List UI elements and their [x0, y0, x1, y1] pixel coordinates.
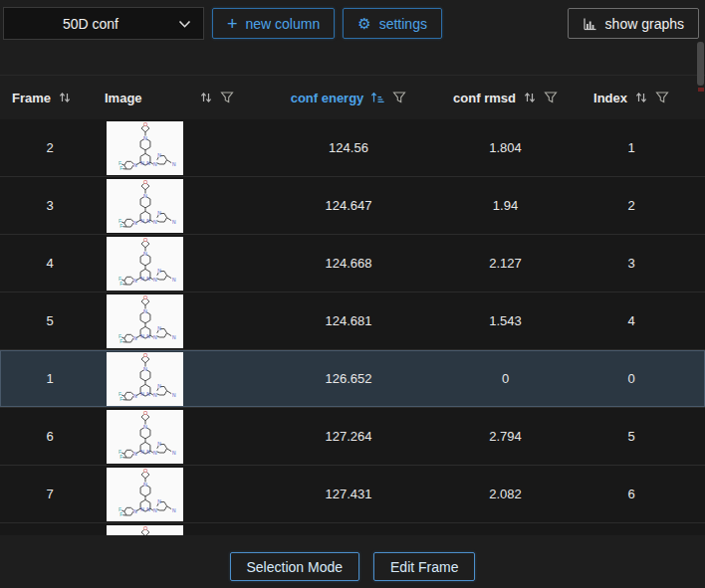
svg-text:N: N — [133, 279, 137, 284]
index-cell: 2 — [558, 198, 705, 213]
table-row[interactable]: 6 O N N N — [0, 408, 705, 466]
column-header-index[interactable]: Index — [558, 91, 705, 105]
image-cell: O N N N N F — [100, 525, 244, 536]
index-cell: 6 — [558, 487, 705, 501]
image-header-label: Image — [105, 91, 142, 105]
table-row[interactable]: 2 O N N N — [0, 119, 705, 177]
edit-frame-button[interactable]: Edit Frame — [373, 552, 475, 581]
table-row[interactable]: 7 O N N N — [0, 466, 705, 523]
column-header-image[interactable]: Image — [100, 91, 244, 105]
svg-text:N: N — [153, 335, 157, 340]
svg-text:N: N — [153, 220, 157, 225]
show-graphs-button[interactable]: show graphs — [568, 8, 699, 39]
conf-rmsd-cell: 2.794 — [453, 429, 558, 444]
svg-text:N: N — [157, 442, 161, 447]
sort-icon[interactable] — [523, 91, 537, 104]
column-header-frame[interactable]: Frame — [0, 91, 100, 105]
column-header-conf-rmsd[interactable]: conf rmsd — [453, 91, 558, 105]
column-header-conf-energy[interactable]: conf energy — [244, 91, 453, 105]
chevron-down-icon — [178, 20, 191, 29]
conf-rmsd-cell: 2.127 — [453, 256, 558, 271]
plus-icon: + — [227, 15, 238, 33]
svg-text:N: N — [157, 269, 161, 274]
molecule-structure-icon: O N N N N F — [108, 525, 183, 535]
new-column-button[interactable]: + new column — [212, 8, 335, 39]
molecule-image: O N N N N F — [107, 294, 183, 348]
settings-button[interactable]: ⚙ settings — [343, 8, 442, 39]
conf-energy-cell: 126.652 — [244, 371, 453, 386]
svg-text:N: N — [133, 336, 137, 341]
frame-cell: 5 — [0, 313, 100, 328]
molecule-image: O N N N N F — [107, 179, 183, 233]
molecule-image: O N N N N F — [107, 352, 183, 406]
svg-text:N: N — [143, 482, 147, 488]
svg-text:O: O — [142, 410, 146, 416]
svg-text:N: N — [143, 251, 147, 257]
conf-energy-cell: 124.56 — [244, 140, 453, 155]
frame-cell: 2 — [0, 140, 100, 155]
svg-text:N: N — [133, 163, 137, 168]
svg-text:N: N — [140, 450, 144, 455]
filter-icon[interactable] — [220, 91, 234, 104]
filter-icon[interactable] — [392, 91, 406, 104]
table-row[interactable]: 1 O N N N — [0, 350, 705, 408]
index-cell: 5 — [558, 429, 705, 444]
footer: Selection Mode Edit Frame — [0, 552, 705, 581]
table-row[interactable]: O N N N N F — [0, 523, 705, 535]
svg-text:N: N — [140, 334, 144, 339]
svg-text:F: F — [119, 339, 122, 344]
svg-text:N: N — [133, 394, 137, 399]
table-row[interactable]: 4 O N N N — [0, 235, 705, 293]
svg-text:N: N — [157, 326, 161, 331]
sort-icon[interactable] — [58, 91, 72, 104]
sort-icon[interactable] — [199, 91, 213, 104]
svg-text:N: N — [140, 219, 144, 224]
conf-energy-cell: 124.668 — [244, 256, 453, 271]
svg-text:O: O — [142, 525, 146, 531]
frame-cell: 6 — [0, 429, 100, 444]
svg-text:N: N — [143, 135, 147, 141]
vertical-scrollbar-thumb[interactable] — [697, 42, 704, 86]
filter-icon[interactable] — [544, 91, 558, 104]
molecule-image: O N N N N F — [107, 121, 183, 175]
svg-text:N: N — [172, 451, 176, 456]
svg-text:O: O — [142, 179, 146, 185]
svg-text:O: O — [142, 468, 146, 474]
index-header-label: Index — [593, 91, 627, 105]
svg-text:N: N — [157, 211, 161, 216]
selection-mode-button[interactable]: Selection Mode — [230, 552, 360, 581]
conf-energy-cell: 124.647 — [244, 198, 453, 213]
svg-text:F: F — [119, 455, 122, 460]
svg-text:N: N — [172, 162, 176, 167]
svg-text:O: O — [142, 121, 146, 127]
table-row[interactable]: 5 O N N N — [0, 293, 705, 350]
sort-ascending-icon[interactable] — [370, 91, 385, 104]
dataset-select[interactable]: 50D conf — [3, 7, 204, 40]
table-row[interactable]: 3 O N N N — [0, 177, 705, 235]
show-graphs-label: show graphs — [605, 16, 684, 32]
image-cell: O N N N N F — [100, 410, 244, 464]
svg-text:N: N — [133, 221, 137, 226]
image-cell: O N N N N F — [100, 352, 244, 406]
index-cell: 1 — [558, 140, 705, 155]
molecule-structure-icon: O N N N N F — [108, 352, 183, 405]
conf-rmsd-cell: 0 — [453, 371, 558, 386]
sort-icon[interactable] — [634, 91, 648, 104]
table-body: 2 O N N N — [0, 119, 705, 535]
table-header: Frame Image conf energy conf rmsd — [0, 76, 705, 119]
frame-cell: 1 — [0, 371, 100, 386]
frame-header-label: Frame — [12, 91, 51, 105]
bar-chart-icon — [583, 17, 597, 31]
svg-text:N: N — [143, 366, 147, 372]
svg-text:N: N — [140, 392, 144, 397]
svg-text:N: N — [133, 452, 137, 457]
svg-text:N: N — [143, 424, 147, 430]
scrollbar-marker — [698, 88, 704, 92]
gear-icon: ⚙ — [357, 16, 370, 31]
image-cell: O N N N N F — [100, 294, 244, 348]
molecule-image: O N N N N F — [107, 410, 183, 464]
filter-icon[interactable] — [655, 91, 669, 104]
svg-text:N: N — [153, 393, 157, 398]
svg-text:N: N — [172, 508, 176, 513]
svg-text:N: N — [133, 509, 137, 514]
